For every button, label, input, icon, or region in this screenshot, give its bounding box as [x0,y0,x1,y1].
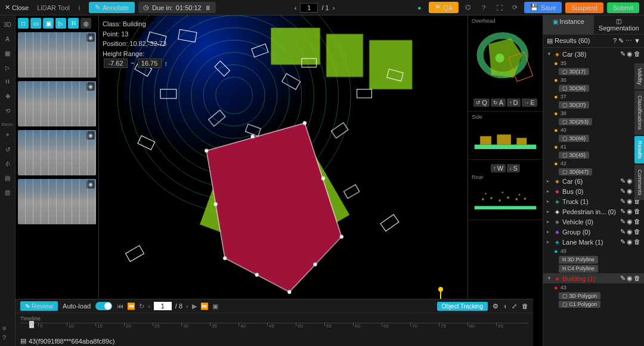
tree-sub-item[interactable]: ▢ 3D(37) [543,101,644,109]
prev-page-icon[interactable]: ‹ [295,4,297,11]
bug-icon[interactable]: ⌬ [462,2,474,14]
vtab-comments[interactable]: Comments [634,165,644,200]
tree-sub-item[interactable]: ● 40 [543,126,644,134]
refresh-icon[interactable]: ⟳ [509,2,521,14]
info-icon[interactable]: i [73,2,85,14]
tree-item[interactable]: ▼◈Building (1)✎◉🗑 [543,273,644,283]
qa-button[interactable]: ⚑ QA [429,2,459,13]
camera-thumb-4[interactable]: ◉ [18,179,96,224]
trash-icon[interactable]: 🗑 [522,302,528,310]
frame-input[interactable] [154,302,172,310]
eye-icon[interactable]: ◉ [627,274,633,282]
tool-rotate[interactable]: ⟲ [1,104,14,117]
edit-icon[interactable]: ✎ [620,50,626,58]
overhead-view[interactable] [472,25,539,97]
poly-tool-icon[interactable]: ▷ [55,18,66,29]
key-e[interactable]: →E [522,98,537,107]
edit-icon[interactable]: ✎ [620,274,626,282]
camera-thumb-2[interactable]: ◉ [18,81,96,126]
edit-icon[interactable]: ✎ [620,208,626,215]
edit-icon[interactable]: ✎ [620,218,626,225]
autoload-toggle[interactable] [95,302,112,310]
vtab-results[interactable]: Results [634,136,644,163]
tool-undo[interactable]: ↺ [1,143,14,156]
reload-icon[interactable]: ↻ [139,302,144,310]
eye-icon[interactable]: ◉ [627,218,633,225]
help-sm-icon[interactable]: ? [613,37,617,45]
eye-icon[interactable]: ◉ [627,187,633,195]
edit-icon[interactable]: ✎ [620,228,626,236]
skip-start-icon[interactable]: ⏮ [117,302,123,310]
split-icon[interactable]: ⫞ [503,302,507,310]
vtab-classifications[interactable]: Classifications [634,91,644,135]
tree-sub-item[interactable]: Ⲛ 3D Polyline [543,255,644,264]
help-icon[interactable]: ? [478,2,490,14]
save-button[interactable]: 💾 Save [524,2,562,13]
trash-icon[interactable]: 🗑 [634,50,640,58]
next-frame-icon[interactable]: › [186,302,188,310]
shape-tool-icon[interactable]: ▭ [30,18,41,29]
eye-icon[interactable]: ◉ [627,50,633,58]
edit-icon[interactable]: ✎ [620,197,626,205]
eye-icon[interactable]: ◉ [627,228,633,236]
trash-icon[interactable]: 🗑 [634,208,640,215]
forward-icon[interactable]: ⏩ [200,302,209,310]
camera-thumb-3[interactable]: ◉ [18,130,96,175]
tree-sub-item[interactable]: Ⲛ C4 Polyline [543,264,644,273]
tree-sub-item[interactable]: ● 43 [543,283,644,292]
key-a[interactable]: ↻A [491,98,506,107]
eye-icon[interactable]: ◉ [627,208,633,215]
tree-item[interactable]: ▸◈Lane Mark (1)✎◉🗑 [543,237,644,247]
visibility-icon[interactable]: ◉ [86,33,95,42]
fullscreen-icon[interactable]: ⛶ [493,2,505,14]
rear-view[interactable] [472,181,539,217]
height-min-input[interactable] [104,58,128,68]
side-view[interactable] [472,121,539,157]
timeline-marker[interactable] [29,321,34,328]
suspend-button[interactable]: Suspend [565,2,603,13]
line-tool-icon[interactable]: Ⲛ [68,18,79,29]
edit-icon[interactable]: ✎ [620,238,626,246]
edit-icon[interactable]: ✎ [620,187,626,195]
tool-3d[interactable]: 3D [1,18,14,31]
eye-icon[interactable]: ◉ [627,197,633,205]
tool-grid[interactable]: ▤ [1,171,14,184]
eye-icon[interactable]: ◉ [627,177,633,185]
tree-item[interactable]: ▸◈Bus (0)✎◉🗑 [543,186,644,196]
annotate-button[interactable]: ✎ Annotate [89,2,135,13]
tab-segmentation[interactable]: ◫ Segmentation [594,16,645,34]
review-button[interactable]: ✎ Review [20,301,58,311]
main-viewport[interactable]: Class: Building Point: 13 Position: 10.8… [99,16,467,346]
tree-sub-item[interactable]: ▢ 3D(45) [543,151,644,159]
tree-sub-item[interactable]: ▢ 3D(36) [543,84,644,92]
tool-path[interactable]: Ⲛ [1,75,14,88]
tree-sub-item[interactable]: ● 38 [543,109,644,118]
submit-button[interactable]: Submit [607,2,639,13]
tree-sub-item[interactable]: ▢ 3D Polygon [543,292,644,300]
eye-icon[interactable]: ◉ [627,238,633,246]
play-icon[interactable]: ▶ [192,302,197,310]
rewind-icon[interactable]: ⏪ [127,302,135,310]
tree-sub-item[interactable]: ▢ 3D(17) [543,67,644,76]
key-w[interactable]: ↑W [491,164,506,172]
tree-item[interactable]: ▸◈Truck (1)✎◉🗑 [543,196,644,206]
settings-bl-icon[interactable]: ≡ [2,325,6,332]
next-page-icon[interactable]: › [333,4,335,11]
tool-cursor[interactable]: ⌖ [1,128,14,141]
trash-icon[interactable]: 🗑 [634,218,640,225]
cube-tool-icon[interactable]: ▣ [43,18,54,29]
prev-frame-icon[interactable]: ‹ [148,302,150,310]
key-s[interactable]: ↓S [507,164,520,172]
tree-sub-item[interactable]: ● 36 [543,76,644,84]
tree-sub-item[interactable]: ▢ 3D(253) [543,118,644,126]
tool-filter[interactable]: ⫛ [1,157,14,170]
visibility-icon[interactable]: ◉ [86,131,95,140]
trash-icon[interactable]: 🗑 [634,274,640,282]
tool-play[interactable]: ▷ [1,61,14,74]
tree-sub-item[interactable]: ● 35 [543,59,644,67]
key-d[interactable]: ↑D [507,98,520,107]
check-icon[interactable]: ● [413,2,425,14]
tree-sub-item[interactable]: ▢ 3D(647) [543,168,644,176]
tree-sub-item[interactable]: ● 41 [543,143,644,151]
tree-sub-item[interactable]: ▢ C1 Polygon [543,300,644,308]
